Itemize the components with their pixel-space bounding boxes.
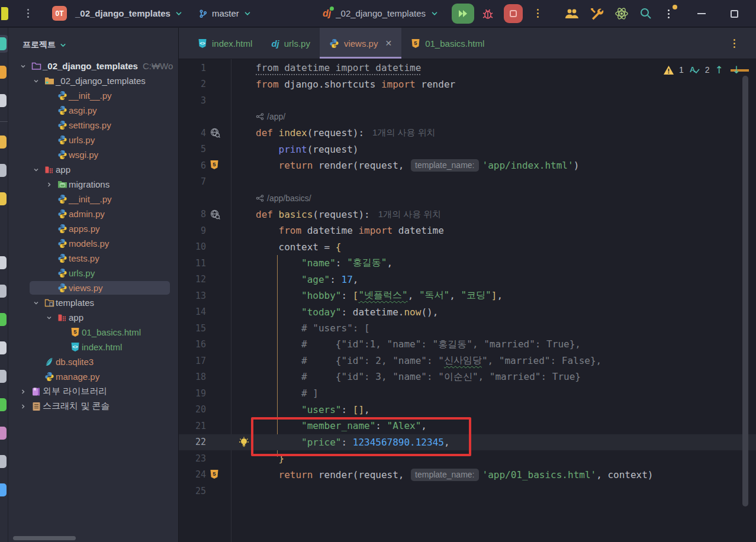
tools-icon[interactable] xyxy=(590,7,604,20)
url-hint[interactable]: /app/basics/ xyxy=(267,193,311,203)
tree-item-__init__.py[interactable]: __init__.py xyxy=(8,192,178,207)
code-line-12[interactable]: 12 "age": 17, xyxy=(179,272,756,288)
bulb-icon[interactable] xyxy=(239,437,250,448)
sciview-icon[interactable] xyxy=(0,425,8,441)
tree-item-db.sqlite3[interactable]: db.sqlite3 xyxy=(8,354,178,369)
project-panel-header[interactable]: 프로젝트 xyxy=(8,28,178,54)
code-line-8[interactable]: 8def basics(request):1개의 사용 위치 xyxy=(179,207,756,223)
tree-item-urls.py[interactable]: urls.py xyxy=(8,266,178,280)
stop-button[interactable] xyxy=(504,4,523,23)
code-line-18[interactable]: 18 # {"id": 3, "name": "이순신", "married":… xyxy=(179,369,756,386)
vertical-scrollbar[interactable] xyxy=(742,76,748,506)
settings-menu-icon[interactable] xyxy=(663,7,674,20)
code-line-14[interactable]: 14 "today": datetime.now(), xyxy=(179,304,756,321)
code-line-25[interactable]: 25 xyxy=(179,483,756,499)
tree-item-외부 라이브러리[interactable]: 외부 라이브러리 xyxy=(8,384,178,399)
jupyter-icon[interactable] xyxy=(0,454,8,469)
usage-icon[interactable] xyxy=(210,209,221,220)
chevron-open-icon[interactable] xyxy=(17,63,30,70)
chevron-open-icon[interactable] xyxy=(30,78,43,85)
code-line-11[interactable]: 11 "name": "홍길동", xyxy=(179,255,756,272)
chevron-open-icon[interactable] xyxy=(43,314,56,321)
project-switcher[interactable]: _02_django_templates xyxy=(75,8,183,18)
tree-item-admin.py[interactable]: admin.py xyxy=(8,207,178,221)
code-line-10[interactable]: 10 context = { xyxy=(179,239,756,256)
tab-views.py[interactable]: views.py✕ xyxy=(320,28,401,59)
html5-icon[interactable]: 5 xyxy=(210,160,221,171)
code-line-17[interactable]: 17 # {"id": 2, "name": "신사임당", "married"… xyxy=(179,353,756,369)
tab-options-icon[interactable] xyxy=(729,37,739,50)
code-line-15[interactable]: 15 # "users": [ xyxy=(179,320,756,337)
commit-icon[interactable] xyxy=(0,93,8,108)
code-line-6[interactable]: 65 return render(request, template_name:… xyxy=(179,157,756,174)
tree-item-settings.py[interactable]: settings.py xyxy=(8,118,178,133)
code-line-16[interactable]: 16 # {"id":1, "name": "홍길동", "married": … xyxy=(179,337,756,353)
tree-item-__init__.py[interactable]: __init__.py xyxy=(8,88,178,103)
prev-problem-icon[interactable]: ↑ xyxy=(715,64,723,76)
structure-icon[interactable] xyxy=(0,134,8,150)
code-vision-hint[interactable]: /app/ xyxy=(179,109,756,125)
git-branch-widget[interactable]: master xyxy=(198,8,252,18)
code-line-3[interactable]: 3 xyxy=(179,92,756,109)
bookmark-icon[interactable] xyxy=(0,64,8,80)
search-everywhere-icon[interactable] xyxy=(639,7,652,20)
horizontal-scrollbar[interactable] xyxy=(13,536,76,540)
inspection-widget[interactable]: 1 A 2 ↑ ↓ xyxy=(664,64,741,76)
tab-urls.py[interactable]: djurls.py xyxy=(262,28,320,59)
ai-assistant-icon[interactable] xyxy=(615,7,629,21)
tree-item-app[interactable]: app xyxy=(8,310,178,325)
code-line-5[interactable]: 5 print(request) xyxy=(179,141,756,158)
next-problem-icon[interactable]: ↓ xyxy=(732,64,741,76)
tree-item-스크래치 및 콘솔[interactable]: 스크래치 및 콘솔 xyxy=(8,399,178,414)
version-control-icon[interactable] xyxy=(0,312,8,327)
tab-index.html[interactable]: <>index.html xyxy=(188,28,262,59)
pull-request-icon[interactable] xyxy=(0,340,8,356)
tree-item-index.html[interactable]: <>index.html xyxy=(8,340,178,354)
tree-item-models.py[interactable]: models.py xyxy=(8,236,178,251)
tree-item-apps.py[interactable]: apps.py xyxy=(8,221,178,236)
terminal-icon[interactable] xyxy=(0,283,8,299)
tree-item-wsgi.py[interactable]: wsgi.py xyxy=(8,147,178,162)
code-line-4[interactable]: 4def index(request):1개의 사용 위치 xyxy=(179,125,756,141)
tree-item-views.py[interactable]: views.py xyxy=(8,280,178,295)
tree-item-asgi.py[interactable]: asgi.py xyxy=(8,103,178,118)
close-icon[interactable]: ✕ xyxy=(385,38,392,48)
code-line-19[interactable]: 19 # ] xyxy=(179,385,756,402)
run-more-actions-icon[interactable] xyxy=(532,7,543,20)
tree-item-templates[interactable]: templates xyxy=(8,295,178,310)
tree-item-tests.py[interactable]: tests.py xyxy=(8,251,178,266)
code-line-20[interactable]: 20 "users": [], xyxy=(179,402,756,418)
tree-item-_02_django_templates[interactable]: _02_django_templates xyxy=(8,73,178,88)
tree-item-urls.py[interactable]: urls.py xyxy=(8,133,178,147)
python-packages-icon[interactable] xyxy=(0,397,8,412)
usage-icon[interactable] xyxy=(210,127,221,138)
code-line-2[interactable]: 2from django.shortcuts import render xyxy=(179,76,756,93)
html5-icon[interactable]: 5 xyxy=(210,469,221,480)
code-editor[interactable]: 1from datetime import datetime2from djan… xyxy=(179,59,756,542)
main-menu-icon[interactable] xyxy=(22,7,33,20)
tree-item-01_basics.html[interactable]: 501_basics.html xyxy=(8,325,178,340)
tree-item-app[interactable]: app xyxy=(8,162,178,177)
chevron-open-icon[interactable] xyxy=(30,299,43,307)
code-line-24[interactable]: 245 return render(request, template_name… xyxy=(179,467,756,483)
chevron-open-icon[interactable] xyxy=(30,166,43,173)
project-icon[interactable] xyxy=(0,36,8,51)
code-with-me-icon[interactable] xyxy=(565,8,579,19)
window-minimize-button[interactable] xyxy=(697,13,706,14)
breakpoint-icon[interactable] xyxy=(0,191,8,207)
tab-01_basics.html[interactable]: 501_basics.html xyxy=(401,28,494,59)
run-configuration[interactable]: _02_django_templates xyxy=(336,8,426,18)
code-line-13[interactable]: 13 "hobby": ["넷플럭스", "독서", "코딩"], xyxy=(179,288,756,304)
tree-item-migrations[interactable]: migrations xyxy=(8,177,178,192)
todo-icon[interactable] xyxy=(0,482,8,498)
tree-item-manage.py[interactable]: manage.py xyxy=(8,369,178,384)
chevron-closed-icon[interactable] xyxy=(43,181,56,188)
code-line-7[interactable]: 7 xyxy=(179,174,756,191)
code-vision-hint[interactable]: /app/basics/ xyxy=(179,190,756,207)
chevron-closed-icon[interactable] xyxy=(17,403,30,410)
services-icon[interactable] xyxy=(0,369,8,384)
github-icon[interactable] xyxy=(0,255,8,270)
run-button[interactable] xyxy=(452,4,474,24)
url-hint[interactable]: /app/ xyxy=(267,112,285,121)
debug-button[interactable] xyxy=(481,7,494,20)
